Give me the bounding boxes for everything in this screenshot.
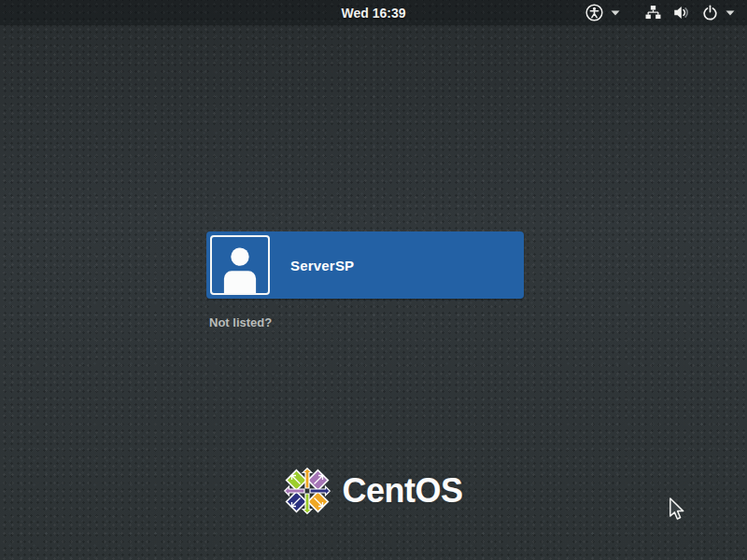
accessibility-icon bbox=[585, 4, 603, 21]
user-avatar bbox=[210, 235, 270, 295]
not-listed-link[interactable]: Not listed? bbox=[209, 315, 272, 329]
power-menu[interactable] bbox=[702, 0, 735, 25]
top-bar: Wed 16:39 bbox=[0, 0, 747, 25]
centos-branding: CentOS bbox=[0, 468, 747, 514]
user-name-label: ServerSP bbox=[290, 258, 354, 273]
accessibility-menu[interactable] bbox=[585, 0, 620, 25]
chevron-down-icon bbox=[611, 10, 620, 16]
system-tray bbox=[585, 0, 747, 25]
power-icon bbox=[702, 5, 718, 21]
mouse-cursor-icon bbox=[669, 497, 685, 522]
network-wired-icon bbox=[645, 5, 661, 21]
gdm-login-screen: { "topbar": { "clock": "Wed 16:39", "acc… bbox=[0, 0, 747, 560]
user-tile-serversp[interactable]: ServerSP bbox=[206, 231, 524, 299]
centos-wordmark: CentOS bbox=[342, 471, 462, 511]
centos-logo-icon bbox=[284, 468, 331, 514]
chevron-down-icon bbox=[726, 10, 735, 16]
user-avatar-icon bbox=[217, 241, 263, 293]
volume-icon bbox=[673, 5, 690, 21]
